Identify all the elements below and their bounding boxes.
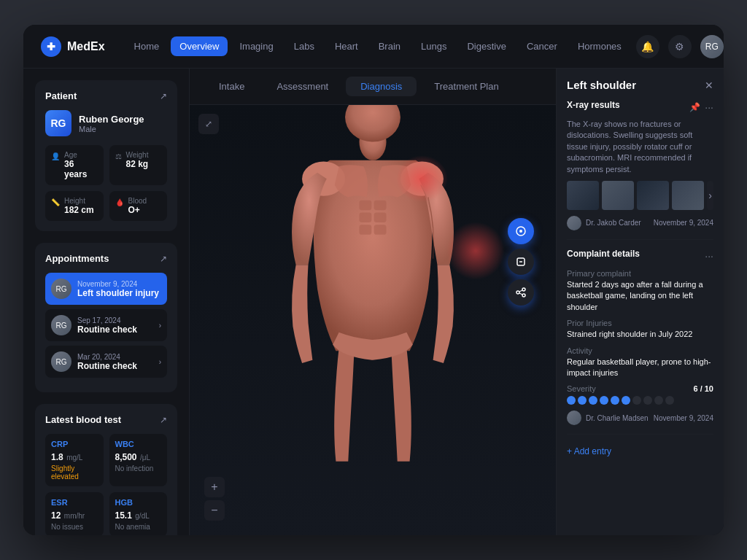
svg-point-12 [519, 230, 522, 233]
appointment-item-0[interactable]: RG November 9, 2024 Left shoulder injury [45, 273, 167, 305]
hgb-unit: g/dL [135, 512, 149, 520]
age-icon: 👤 [51, 152, 60, 160]
anatomy-container [190, 105, 556, 535]
panel-title: Left shoulder [567, 79, 636, 91]
severity-dots [567, 396, 713, 405]
appt-info-1: Sep 17, 2024 Routine check [77, 316, 153, 335]
logo[interactable]: ✚ MedEx [41, 36, 105, 57]
user-avatar-button[interactable]: RG [700, 35, 724, 58]
tab-treatment-plan[interactable]: Treatment Plan [419, 77, 513, 96]
nav-item-brain[interactable]: Brain [370, 36, 409, 56]
wbc-status: No infection [115, 464, 162, 472]
height-label: Height [64, 197, 94, 205]
left-sidebar: Patient ↗ RG Ruben George Male 👤 Age [23, 69, 190, 535]
blood-item-wbc: WBC 8,500 /μL No infection [109, 434, 168, 486]
severity-dot-3 [589, 396, 597, 405]
blood-data: Blood O+ [128, 197, 147, 215]
height-data: Height 182 cm [64, 197, 94, 215]
nav-item-heart[interactable]: Heart [326, 36, 367, 56]
nav-item-lungs[interactable]: Lungs [412, 36, 455, 56]
crp-value: 1.8 [51, 452, 63, 462]
nav-item-hormones[interactable]: Hormones [569, 36, 630, 56]
svg-point-16 [516, 291, 519, 294]
wbc-value-row: 8,500 /μL [115, 450, 162, 463]
tab-assessment[interactable]: Assessment [262, 77, 343, 96]
navbar: ✚ MedEx Home Overview Imaging Labs Heart… [23, 25, 724, 69]
patient-card-header: Patient ↗ [45, 90, 167, 101]
panel-close-button[interactable]: ✕ [705, 79, 713, 91]
expand-view-button[interactable]: ⤢ [198, 114, 219, 134]
nav-item-cancer[interactable]: Cancer [518, 36, 566, 56]
logo-icon: ✚ [41, 36, 61, 57]
nav-item-home[interactable]: Home [125, 36, 169, 56]
patient-avatar: RG [45, 110, 71, 136]
svg-rect-5 [374, 201, 387, 210]
divider-1 [567, 239, 713, 240]
xray-section-title: X-ray results [567, 100, 620, 110]
complaint-doc-avatar [567, 411, 581, 425]
xray-doc-row: Dr. Jakob Carder November 9, 2024 [567, 216, 713, 230]
xray-thumb-3[interactable] [637, 181, 669, 210]
zoom-in-button[interactable]: + [204, 477, 225, 497]
activity-label: Activity [567, 346, 713, 355]
severity-dot-1 [567, 396, 576, 405]
hgb-value: 15.1 [115, 510, 132, 521]
severity-dot-5 [611, 396, 619, 405]
blood-test-expand-icon[interactable]: ↗ [160, 415, 167, 425]
patient-expand-icon[interactable]: ↗ [160, 91, 167, 101]
nav-item-imaging[interactable]: Imaging [231, 36, 282, 56]
weight-icon: ⚖ [115, 152, 122, 160]
complaint-more-button[interactable]: ··· [705, 250, 713, 262]
blood-grid: CRP 1.8 mg/L Slightly elevated WBC 8,500… [45, 434, 167, 535]
app-container: ✚ MedEx Home Overview Imaging Labs Heart… [23, 25, 724, 535]
svg-rect-4 [359, 201, 371, 210]
stat-blood: 🩸 Blood O+ [109, 191, 168, 221]
complaint-doc-date: November 9, 2024 [654, 414, 713, 422]
xray-thumb-2[interactable] [602, 181, 634, 210]
anatomy-view: + − ⤢ [190, 105, 556, 535]
zoom-out-button[interactable]: − [204, 500, 225, 521]
esr-value-row: 12 mm/hr [51, 508, 98, 521]
esr-unit: mm/hr [64, 512, 85, 520]
complaint-doc-row: Dr. Charlie Madsen November 9, 2024 [567, 411, 713, 425]
tab-intake[interactable]: Intake [204, 77, 259, 96]
nav-item-digestive[interactable]: Digestive [458, 36, 514, 56]
appt-date-1: Sep 17, 2024 [77, 316, 153, 324]
appointment-item-1[interactable]: RG Sep 17, 2024 Routine check › [45, 309, 167, 341]
xray-thumb-4[interactable] [672, 181, 704, 210]
main-content: Patient ↗ RG Ruben George Male 👤 Age [23, 69, 724, 535]
appointments-section-title: Appointments [45, 253, 109, 264]
anatomy-svg [190, 105, 556, 535]
appt-avatar-1: RG [51, 315, 71, 335]
weight-label: Weight [126, 151, 149, 159]
stat-weight: ⚖ Weight 82 kg [109, 145, 168, 185]
add-entry-button[interactable]: + Add entry [567, 446, 713, 456]
annotate-button[interactable] [508, 249, 534, 275]
nav-item-labs[interactable]: Labs [285, 36, 323, 56]
appointments-expand-icon[interactable]: ↗ [160, 254, 167, 264]
crp-status: Slightly elevated [51, 464, 98, 481]
weight-data: Weight 82 kg [126, 151, 149, 169]
severity-dot-8 [643, 396, 652, 405]
xray-thumb-1[interactable] [567, 181, 599, 210]
divider-2 [567, 434, 713, 435]
share-button[interactable] [508, 279, 534, 306]
xray-pin-icon[interactable]: 📌 [689, 102, 700, 112]
appt-arrow-2: › [159, 358, 161, 366]
wbc-label: WBC [115, 440, 162, 448]
nav-item-overview[interactable]: Overview [171, 36, 228, 56]
appointment-item-2[interactable]: RG Mar 20, 2024 Routine check › [45, 346, 167, 378]
xray-more-button[interactable]: ··· [705, 101, 713, 113]
xray-more-thumbs[interactable]: › [707, 181, 713, 210]
appt-date-0: November 9, 2024 [77, 280, 161, 288]
svg-rect-6 [359, 213, 371, 222]
tab-diagnosis[interactable]: Diagnosis [346, 77, 417, 96]
settings-button[interactable]: ⚙ [668, 35, 692, 58]
crp-value-row: 1.8 mg/L [51, 450, 98, 463]
activity-value: Regular basketball player, prone to high… [567, 357, 713, 379]
notification-button[interactable]: 🔔 [636, 35, 659, 58]
measure-button[interactable] [508, 218, 534, 244]
patient-details: Ruben George Male [79, 114, 144, 133]
panel-header: Left shoulder ✕ [567, 79, 713, 91]
severity-row: Severity 6 / 10 [567, 384, 713, 405]
